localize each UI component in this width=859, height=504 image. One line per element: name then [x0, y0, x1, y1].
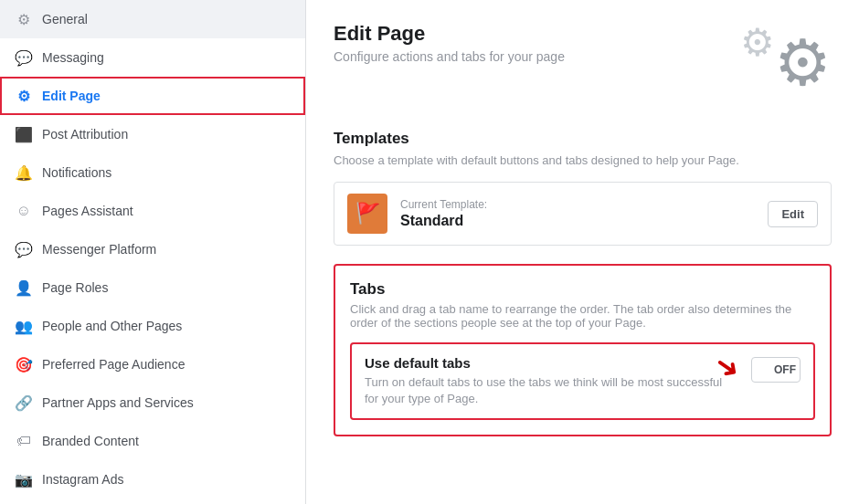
template-icon: 🚩 [347, 194, 387, 234]
current-template-label: Current Template: [400, 198, 768, 211]
pages-assistant-icon: ☺ [15, 202, 33, 220]
people-and-other-pages-label: People and Other Pages [42, 319, 182, 333]
template-card: 🚩 Current Template: Standard Edit [334, 182, 832, 246]
template-name: Standard [400, 213, 768, 229]
sidebar-item-general[interactable]: ⚙General [0, 0, 305, 38]
sidebar-item-preferred-page-audience[interactable]: 🎯Preferred Page Audience [0, 345, 305, 383]
main-content: Edit Page Configure actions and tabs for… [306, 0, 859, 504]
sidebar-item-page-roles[interactable]: 👤Page Roles [0, 268, 305, 307]
template-info: Current Template: Standard [400, 198, 768, 229]
messaging-label: Messaging [42, 50, 104, 65]
partner-apps-and-services-label: Partner Apps and Services [42, 395, 194, 410]
post-attribution-label: Post Attribution [42, 127, 128, 142]
notifications-icon: 🔔 [15, 163, 33, 182]
sidebar-item-partner-apps-and-services[interactable]: 🔗Partner Apps and Services [0, 383, 305, 422]
tabs-desc: Click and drag a tab name to rearrange t… [350, 302, 815, 330]
page-roles-icon: 👤 [15, 278, 33, 297]
notifications-label: Notifications [42, 165, 111, 180]
partner-apps-and-services-icon: 🔗 [15, 394, 33, 412]
page-header-text: Edit Page Configure actions and tabs for… [334, 22, 565, 64]
template-edit-button[interactable]: Edit [768, 201, 818, 227]
sidebar-item-notifications[interactable]: 🔔Notifications [0, 153, 305, 192]
sidebar-item-messaging[interactable]: 💬Messaging [0, 38, 305, 77]
sidebar-item-people-and-other-pages[interactable]: 👥People and Other Pages [0, 307, 305, 345]
sidebar: ⚙General💬Messaging⚙Edit Page⬛Post Attrib… [0, 0, 306, 504]
default-tabs-toggle[interactable]: OFF [751, 357, 801, 383]
people-and-other-pages-icon: 👥 [15, 317, 33, 335]
gear-icon-container: ⚙ ⚙ [722, 22, 832, 104]
preferred-page-audience-label: Preferred Page Audience [42, 357, 185, 372]
sidebar-item-messenger-platform[interactable]: 💬Messenger Platform [0, 230, 305, 268]
sidebar-item-pages-assistant[interactable]: ☺Pages Assistant [0, 192, 305, 230]
pages-assistant-label: Pages Assistant [42, 204, 133, 218]
branded-content-icon: 🏷 [15, 432, 33, 450]
default-tabs-title: Use default tabs [365, 355, 733, 371]
tabs-title: Tabs [350, 280, 815, 299]
instagram-ads-icon: 📷 [15, 470, 33, 488]
messenger-platform-label: Messenger Platform [42, 242, 156, 257]
sidebar-item-instagram-ads[interactable]: 📷Instagram Ads [0, 460, 305, 499]
toggle-label: OFF [774, 363, 796, 376]
instagram-ads-label: Instagram Ads [42, 472, 124, 487]
post-attribution-icon: ⬛ [15, 125, 33, 143]
branded-content-label: Branded Content [42, 434, 139, 448]
tabs-section: Tabs Click and drag a tab name to rearra… [334, 264, 832, 436]
gear-big-icon: ⚙ [774, 31, 832, 95]
page-title: Edit Page [334, 22, 565, 46]
page-roles-label: Page Roles [42, 280, 108, 295]
gear-small-icon: ⚙ [740, 24, 775, 62]
messaging-icon: 💬 [15, 48, 33, 67]
page-subtitle: Configure actions and tabs for your page [334, 49, 565, 64]
sidebar-item-post-attribution[interactable]: ⬛Post Attribution [0, 115, 305, 153]
edit-page-label: Edit Page [42, 89, 101, 103]
template-flag-icon: 🚩 [355, 202, 380, 226]
default-tabs-desc: Turn on default tabs to use the tabs we … [365, 374, 733, 407]
default-tabs-row: Use default tabs Turn on default tabs to… [350, 342, 815, 420]
preferred-page-audience-icon: 🎯 [15, 355, 33, 373]
messenger-platform-icon: 💬 [15, 240, 33, 258]
sidebar-item-branded-content[interactable]: 🏷Branded Content [0, 422, 305, 460]
sidebar-item-edit-page[interactable]: ⚙Edit Page [0, 77, 305, 115]
general-icon: ⚙ [15, 10, 33, 28]
page-header: Edit Page Configure actions and tabs for… [334, 22, 832, 104]
templates-section-desc: Choose a template with default buttons a… [334, 153, 832, 167]
default-tabs-text: Use default tabs Turn on default tabs to… [365, 355, 733, 407]
general-label: General [42, 12, 88, 26]
edit-page-icon: ⚙ [15, 87, 33, 105]
toggle-area[interactable]: OFF [751, 357, 801, 383]
templates-section-title: Templates [334, 130, 832, 148]
